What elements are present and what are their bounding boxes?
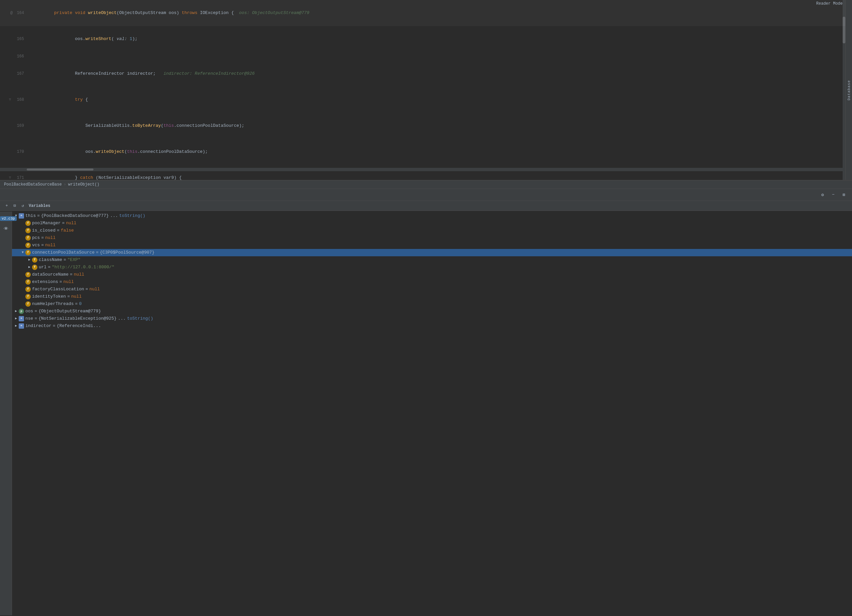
code-line-171: ▽ 171 } catch (NotSerializableException … [0,165,852,180]
h-scroll-thumb [27,169,94,170]
panel-header: + ⊟ ↺ Variables [0,201,852,211]
gutter-168: ▽ 168 [0,95,27,104]
var-item-oos[interactable]: ▶ p oos = {ObjectOutputStream@779} [12,308,852,315]
classname-type-icon: f [32,257,38,263]
var-item-factoryclasslocation[interactable]: f factoryClassLocation = null [12,286,852,293]
poolmanager-type-icon: f [26,221,31,226]
var-item-connectionpooldatasource[interactable]: ▼ f connectionPoolDataSource = {C3P0$Poo… [12,249,852,256]
code-lines: @ 164 private void writeObject(ObjectOut… [0,0,852,180]
add-variable-button[interactable]: + [3,203,10,209]
expand-isclosed [20,227,26,234]
var-item-pcs[interactable]: f pcs = null [12,234,852,242]
database-tab-label: Database [847,80,851,101]
settings-icon: ⚙ [821,192,824,197]
at-symbol-164: @ [11,9,13,17]
line-content-164: private void writeObject(ObjectOutputStr… [27,0,852,26]
code-line-167: 167 ReferenceIndirector indirector; indi… [0,61,852,87]
expand-factoryclasslocation [20,286,26,293]
expand-identitytoken [20,293,26,300]
gutter-171: ▽ 171 [0,173,27,180]
indirector-type-icon: = [19,323,24,329]
side-icons-column: ⎘ 👁 [0,212,12,615]
variables-list: ⎘ 👁 v2.c3p ▼ = this = {PoolBackedDataSou… [0,211,852,616]
fold-icon-168[interactable]: ▽ [8,97,13,102]
minimize-toolbar-button[interactable]: − [829,191,837,199]
isclosed-type-icon: f [26,228,31,233]
breadcrumb-class[interactable]: PoolBackedDataSourceBase [4,182,62,187]
filter-variable-button[interactable]: ⊟ [11,203,18,209]
panel-title: Variables [29,203,50,208]
connectionpool-type-icon: f [26,250,31,255]
expand-indirector[interactable]: ▶ [14,322,19,330]
code-editor: Reader Mode Database @ 164 private void … [0,0,852,180]
var-item-extensions[interactable]: f extensions = null [12,278,852,286]
var-item-poolmanager[interactable]: f poolManager = null [12,220,852,227]
panel-toolbar-left: + ⊟ ↺ [3,203,26,209]
expand-connectionpool[interactable]: ▼ [20,249,26,256]
var-item-isclosed[interactable]: f is_closed = false [12,227,852,234]
oos-type-icon: p [19,309,24,314]
numhelperthreads-type-icon: f [26,301,31,307]
gutter-166: 166 [0,52,27,61]
var-item-indirector[interactable]: ▶ = indirector = {ReferenceIndi... [12,322,852,330]
breadcrumb-method[interactable]: writeObject() [68,182,100,187]
extensions-type-icon: f [26,279,31,285]
var-item-datasourcename[interactable]: f dataSourceName = null [12,271,852,278]
gutter-165: 165 [0,35,27,44]
variables-panel: + ⊟ ↺ Variables ⎘ 👁 v2.c3p ▼ = this [0,201,852,616]
line-content-171: } catch (NotSerializableException var9) … [27,165,852,180]
url-type-icon: f [32,265,38,270]
code-line-170: 170 oos.writeObject(this.connectionPoolD… [0,139,852,165]
reader-mode-button[interactable]: Reader Mode [816,2,843,6]
var-item-classname[interactable]: ▶ f className = "EXP" [12,256,852,264]
layout-toolbar-button[interactable]: ⊞ [840,191,848,199]
pcs-type-icon: f [26,235,31,241]
var-item-vcs[interactable]: f vcs = null [12,242,852,249]
breadcrumb-separator: › [64,182,66,187]
code-line-168: ▽ 168 try { [0,87,852,113]
code-line-166: 166 [0,52,852,61]
identitytoken-type-icon: f [26,294,31,299]
settings-toolbar-button[interactable]: ⚙ [819,191,826,199]
code-line-164: @ 164 private void writeObject(ObjectOut… [0,0,852,26]
ide-container: Reader Mode Database @ 164 private void … [0,0,852,616]
line-content-169: SerializableUtils.toByteArray(this.conne… [27,113,852,139]
expand-nse[interactable]: ▶ [14,315,19,322]
horizontal-scrollbar[interactable] [0,168,845,171]
var-item-this[interactable]: ▼ = this = {PoolBackedDataSource@777} ..… [12,212,852,220]
nse-type-icon: = [19,316,24,321]
gutter-164: @ 164 [0,9,27,17]
expand-poolmanager [20,220,26,227]
expand-classname[interactable]: ▶ [27,256,32,264]
line-content-170: oos.writeObject(this.connectionPoolDataS… [27,139,852,165]
expand-url[interactable]: ▶ [27,264,32,271]
fold-icon-171[interactable]: ▽ [8,175,13,180]
inspect-icon[interactable]: 👁 [2,225,10,233]
database-sidebar[interactable]: Database [845,0,852,180]
this-type-icon: = [19,213,24,218]
gutter-169: 169 [0,122,27,130]
code-line-165: 165 oos.writeShort( val: 1); [0,26,852,52]
expand-extensions [20,278,26,286]
expand-vcs [20,242,26,249]
line-content-168: try { [27,87,852,113]
expand-oos[interactable]: ▶ [14,308,19,315]
line-content-166 [27,52,852,61]
var-item-identitytoken[interactable]: f identityToken = null [12,293,852,300]
datasourcename-type-icon: f [26,272,31,277]
expand-pcs [20,234,26,242]
gutter-167: 167 [0,69,27,78]
vcs-type-icon: f [26,242,31,248]
gutter-170: 170 [0,148,27,156]
breadcrumb-bar: PoolBackedDataSourceBase › writeObject() [0,180,852,189]
var-item-nse[interactable]: ▶ = nse = {NotSerializableException@925}… [12,315,852,322]
version-badge: v2.c3p [0,216,17,221]
var-item-url[interactable]: ▶ f url = "http://127.0.0.1:8000/" [12,264,852,271]
expand-datasourcename [20,271,26,278]
line-content-167: ReferenceIndirector indirector; indirect… [27,61,852,87]
expand-numhelperthreads [20,300,26,308]
factoryclasslocation-type-icon: f [26,287,31,292]
debug-toolbar: ⚙ − ⊞ [0,189,852,201]
restore-variable-button[interactable]: ↺ [20,203,26,209]
var-item-numhelperthreads[interactable]: f numHelperThreads = 0 [12,300,852,308]
